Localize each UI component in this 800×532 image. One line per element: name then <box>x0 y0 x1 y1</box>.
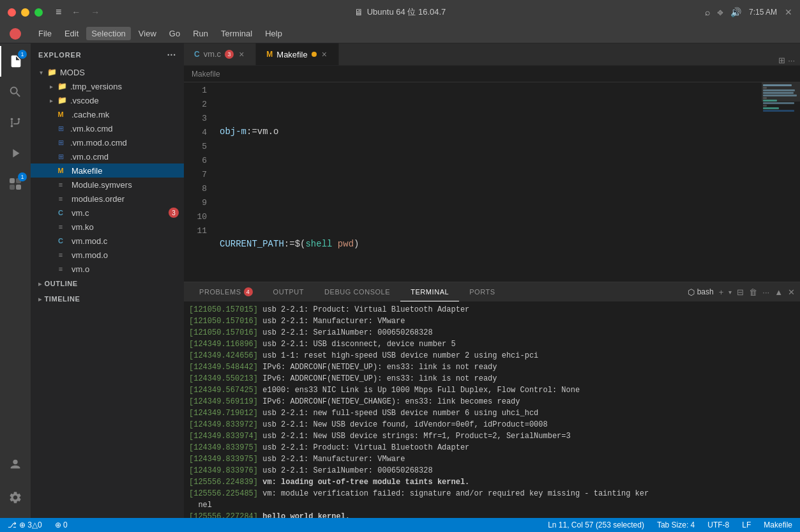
sidebar-item-vm-c[interactable]: C vm.c 3 <box>31 206 184 220</box>
sidebar-item-vm-o[interactable]: ≡ vm.o <box>31 262 184 276</box>
terminal-line: [125556.224839] vm: loading out-of-tree … <box>189 476 795 488</box>
tab-makefile[interactable]: M Makefile × <box>256 43 339 65</box>
status-errors: ⊕ 3△0 <box>19 521 42 529</box>
tab-ports[interactable]: PORTS <box>459 282 505 301</box>
menu-icon[interactable]: ≡ <box>56 6 61 18</box>
more-terminal-icon[interactable]: ··· <box>762 287 769 297</box>
outline-header[interactable]: ▸ OUTLINE <box>31 277 184 290</box>
sidebar-item-cache-mk[interactable]: M .cache.mk <box>31 107 184 121</box>
outline-section: ▸ OUTLINE <box>31 276 184 291</box>
add-terminal-icon[interactable]: + <box>719 287 724 297</box>
encoding-text: UTF-8 <box>707 521 729 529</box>
activity-bar: 1 1 <box>0 43 31 518</box>
menu-edit[interactable]: Edit <box>59 27 84 40</box>
close-button[interactable] <box>8 8 16 17</box>
terminal-content[interactable]: [121050.157015] usb 2-2.1: Product: Virt… <box>184 301 800 518</box>
folder-icon: 📁 <box>56 95 68 105</box>
status-warnings[interactable]: ⊕ 0 <box>52 521 70 529</box>
maximize-panel-icon[interactable]: ▲ <box>774 287 783 297</box>
activity-avatar[interactable] <box>0 449 31 480</box>
activity-search[interactable] <box>0 77 31 107</box>
code-content[interactable]: obj-m:=vm.o CURRENT_PATH:=$(shell pwd) L… <box>212 82 762 282</box>
output-label: OUTPUT <box>273 288 305 296</box>
status-language[interactable]: Makefile <box>761 521 795 529</box>
terminal-line: [124349.550213] IPv6: ADDRCONF(NETDEV_UP… <box>189 373 795 384</box>
code-line-1: obj-m:=vm.o <box>220 125 762 139</box>
kill-terminal-icon[interactable]: 🗑 <box>749 287 757 297</box>
menu-run[interactable]: Run <box>188 27 213 40</box>
sidebar-item-vm-mod-o-cmd[interactable]: ⊞ .vm.mod.o.cmd <box>31 135 184 149</box>
maximize-button[interactable] <box>34 8 43 17</box>
sidebar-item-makefile[interactable]: M Makefile <box>31 163 184 178</box>
terminal-line: [121050.157016] usb 2-2.1: Manufacturer:… <box>189 315 795 327</box>
status-info: ⊕ 0 <box>55 521 68 529</box>
menu-selection[interactable]: Selection <box>86 27 130 40</box>
menu-help[interactable]: Help <box>260 27 287 40</box>
sidebar-item-vscode[interactable]: ▸ 📁 .vscode <box>31 93 184 107</box>
status-line-ending[interactable]: LF <box>739 521 753 529</box>
sidebar-item-tmp-versions[interactable]: ▸ 📁 .tmp_versions <box>31 79 184 93</box>
code-editor[interactable]: 1 2 3 4 5 6 7 8 9 10 11 <box>184 82 800 282</box>
split-editor-icon[interactable]: ⊞ <box>778 56 785 65</box>
more-tabs-icon[interactable]: ··· <box>788 56 795 65</box>
titlebar-right: ⌕ ⎆ 🔊 7:15 AM ✕ <box>705 7 792 17</box>
status-tab-size[interactable]: Tab Size: 4 <box>654 521 697 529</box>
tab-output[interactable]: OUTPUT <box>263 282 315 301</box>
close-panel-icon[interactable]: ✕ <box>788 287 795 297</box>
explorer-badge: 1 <box>18 50 27 59</box>
search-icon[interactable]: ⌕ <box>705 7 710 17</box>
sidebar-item-module-symvers[interactable]: ≡ Module.symvers <box>31 178 184 192</box>
status-position[interactable]: Ln 11, Col 57 (253 selected) <box>545 521 647 529</box>
bash-label: ⬡ bash <box>688 287 714 297</box>
sidebar-label: vm.c <box>72 208 89 218</box>
volume-icon: 🔊 <box>730 7 741 17</box>
cmd-icon: ⊞ <box>55 137 66 148</box>
tab-debug-console[interactable]: DEBUG CONSOLE <box>314 282 400 301</box>
menu-view[interactable]: View <box>133 27 162 40</box>
svg-point-1 <box>11 125 13 128</box>
status-encoding[interactable]: UTF-8 <box>705 521 732 529</box>
main-layout: 1 1 <box>0 43 800 518</box>
forward-icon[interactable]: → <box>91 7 100 17</box>
menu-go[interactable]: Go <box>164 27 185 40</box>
tab-vm-c[interactable]: C vm.c 3 × <box>184 43 256 65</box>
traffic-lights <box>8 8 43 17</box>
minimize-button[interactable] <box>21 8 29 17</box>
activity-extensions[interactable]: 1 <box>0 169 31 199</box>
root-folder-label: MODS <box>60 68 85 77</box>
activity-settings[interactable] <box>0 482 31 513</box>
chevron-down-icon: ▾ <box>36 67 46 77</box>
menu-file[interactable]: File <box>33 27 57 40</box>
menu-terminal[interactable]: Terminal <box>216 27 257 40</box>
sidebar-item-modules-order[interactable]: ≡ modules.order <box>31 192 184 206</box>
file-icon: ≡ <box>55 222 66 232</box>
sidebar-item-vm-mod-c[interactable]: C vm.mod.c <box>31 234 184 248</box>
sidebar-label: modules.order <box>72 194 125 204</box>
status-right: Ln 11, Col 57 (253 selected) Tab Size: 4… <box>545 521 795 529</box>
sidebar-item-vm-ko-cmd[interactable]: ⊞ .vm.ko.cmd <box>31 121 184 135</box>
sidebar-label: .cache.mk <box>72 110 109 119</box>
terminal-dropdown-icon[interactable]: ▾ <box>728 289 732 296</box>
sidebar-item-vm-o-cmd[interactable]: ⊞ .vm.o.cmd <box>31 149 184 163</box>
activity-explorer[interactable]: 1 <box>0 46 31 77</box>
svg-point-3 <box>11 118 13 121</box>
sidebar-more-icon[interactable]: ··· <box>167 50 176 60</box>
tab-close-icon[interactable]: × <box>321 49 328 59</box>
timeline-header[interactable]: ▸ TIMELINE <box>31 293 184 305</box>
split-terminal-icon[interactable]: ⊟ <box>737 287 744 297</box>
activity-bottom <box>0 449 31 513</box>
activity-debug[interactable] <box>0 138 31 169</box>
activity-git[interactable] <box>0 107 31 138</box>
sidebar-item-vm-ko[interactable]: ≡ vm.ko <box>31 220 184 234</box>
terminal-line: [124349.424656] usb 1-1: reset high-spee… <box>189 350 795 361</box>
tab-problems[interactable]: PROBLEMS 4 <box>189 282 263 301</box>
sidebar-item-root[interactable]: ▾ 📁 MODS <box>31 65 184 79</box>
sidebar-item-vm-mod-o[interactable]: ≡ vm.mod.o <box>31 248 184 262</box>
tab-terminal[interactable]: TERMINAL <box>400 282 459 301</box>
window-close-icon[interactable]: ✕ <box>785 7 792 17</box>
status-branch[interactable]: ⎇ ⊕ 3△0 <box>5 521 45 529</box>
back-icon[interactable]: ← <box>72 7 80 17</box>
tabs-bar: C vm.c 3 × M Makefile × ⊞ ··· <box>184 43 800 66</box>
titlebar-nav-icons: ≡ ← → <box>56 6 100 18</box>
tab-close-icon[interactable]: × <box>238 49 245 59</box>
